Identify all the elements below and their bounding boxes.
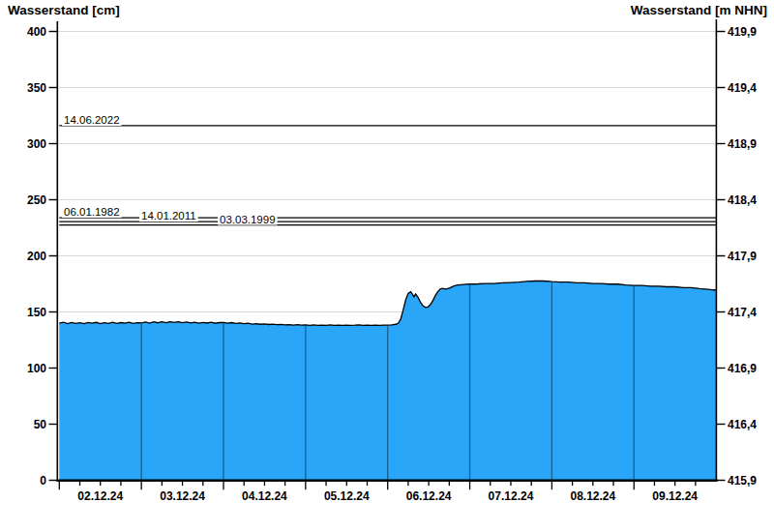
left-axis-tick-label: 350: [27, 81, 46, 95]
x-axis-labels: 02.12.2403.12.2404.12.2405.12.2406.12.24…: [77, 489, 698, 503]
water-level-chart-page: Wasserstand [cm] Wasserstand [m NHN] 14.…: [0, 0, 774, 532]
reference-line-label: 14.06.2022: [64, 114, 120, 126]
right-axis-tick-label: 415,9: [728, 474, 757, 488]
right-axis-tick-label: 418,9: [728, 137, 757, 151]
right-axis-tick-label: 417,9: [728, 250, 757, 263]
right-axis-tick-label: 416,9: [728, 362, 757, 375]
reference-line-label: 06.01.1982: [64, 206, 120, 218]
left-axis-tick-label: 200: [27, 250, 46, 263]
right-axis-tick-label: 417,4: [728, 306, 757, 319]
left-axis-tick-label: 0: [40, 474, 46, 488]
x-axis-day-label: 05.12.24: [324, 489, 370, 503]
x-axis-day-label: 09.12.24: [652, 489, 698, 503]
water-level-chart: 14.06.202206.01.198214.01.201103.03.1999…: [0, 0, 774, 532]
left-axis-tick-label: 400: [27, 25, 46, 39]
right-axis-tick-label: 416,4: [728, 418, 757, 431]
reference-line-labels: 14.06.202206.01.198214.01.201103.03.1999: [62, 114, 278, 225]
x-axis-day-label: 03.12.24: [160, 489, 205, 503]
x-axis-day-label: 02.12.24: [77, 489, 123, 503]
x-axis-day-label: 06.12.24: [406, 489, 452, 503]
right-axis-tick-label: 418,4: [728, 193, 757, 207]
left-axis-tick-label: 300: [27, 137, 46, 151]
left-axis-tick-label: 150: [27, 306, 46, 319]
reference-line-label: 14.01.2011: [141, 210, 196, 222]
x-axis-ticks: [59, 482, 696, 489]
right-axis-tick-label: 419,9: [728, 25, 757, 39]
left-axis-tick-label: 100: [27, 362, 46, 375]
reference-line-label: 03.03.1999: [220, 214, 276, 225]
left-axis-tick-label: 250: [27, 193, 46, 207]
x-axis-day-label: 07.12.24: [489, 489, 534, 503]
x-axis-day-label: 04.12.24: [242, 489, 287, 503]
left-axis-tick-label: 50: [34, 418, 47, 431]
right-axis-tick-label: 419,4: [728, 81, 757, 95]
x-axis-day-label: 08.12.24: [570, 489, 615, 503]
